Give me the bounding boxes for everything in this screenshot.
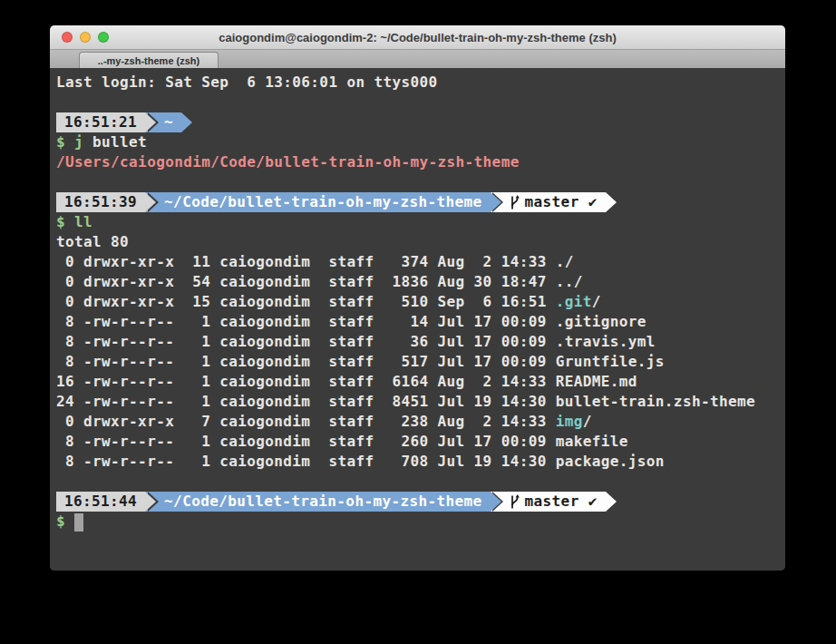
terminal-text: Last login: Sat Sep 6 13:06:01 on ttys00… [56, 73, 438, 93]
prompt-segment-label: 16:51:44 [64, 492, 137, 512]
prompt-line: 16:51:44~/Code/bullet-train-oh-my-zsh-th… [56, 492, 785, 512]
prompt-segment-dir: ~/Code/bullet-train-oh-my-zsh-theme [156, 192, 490, 212]
terminal-text: 0 drwxr-xr-x 11 caiogondim staff 374 Aug… [56, 252, 574, 272]
terminal-line: 0 drwxr-xr-x 11 caiogondim staff 374 Aug… [56, 252, 785, 272]
terminal-output[interactable]: Last login: Sat Sep 6 13:06:01 on ttys00… [50, 68, 785, 571]
terminal-text: /Users/caiogondim/Code/bullet-train-oh-m… [56, 152, 520, 172]
powerline-arrow [145, 192, 156, 212]
tab-bar: ..-my-zsh-theme (zsh) [50, 50, 785, 68]
prompt-segment-dir: ~ [156, 112, 181, 132]
terminal-window: caiogondim@caiogondim-2: ~/Code/bullet-t… [50, 25, 785, 571]
terminal-line: $ ll [56, 212, 785, 232]
terminal-text: .git [556, 292, 592, 312]
git-branch-icon [510, 494, 520, 510]
terminal-line: 0 drwxr-xr-x 54 caiogondim staff 1836 Au… [56, 272, 785, 292]
terminal-text: $ [56, 512, 74, 532]
terminal-text: $ [56, 132, 65, 152]
terminal-text: 16 -rw-r--r-- 1 caiogondim staff 6164 Au… [56, 372, 637, 392]
powerline-arrow [181, 112, 192, 132]
prompt-segment-label: master ✔ [525, 492, 598, 512]
powerline-arrow [145, 112, 156, 132]
terminal-line: 16 -rw-r--r-- 1 caiogondim staff 6164 Au… [56, 372, 785, 392]
prompt-line: 16:51:39~/Code/bullet-train-oh-my-zsh-th… [56, 192, 785, 212]
terminal-text: / [583, 412, 592, 432]
terminal-line: $ [56, 512, 785, 532]
terminal-cursor [74, 513, 83, 532]
terminal-line: /Users/caiogondim/Code/bullet-train-oh-m… [56, 152, 785, 172]
terminal-line: 8 -rw-r--r-- 1 caiogondim staff 517 Jul … [56, 352, 785, 372]
tab-zsh[interactable]: ..-my-zsh-theme (zsh) [79, 52, 219, 68]
git-branch-icon [510, 195, 520, 210]
powerline-arrow [491, 492, 501, 512]
tab-label: ..-my-zsh-theme (zsh) [98, 55, 199, 66]
terminal-text [65, 132, 74, 152]
prompt-segment-time: 16:51:39 [56, 192, 145, 212]
terminal-line: 24 -rw-r--r-- 1 caiogondim staff 8451 Ju… [56, 392, 785, 412]
terminal-text: 8 -rw-r--r-- 1 caiogondim staff 260 Jul … [56, 432, 628, 452]
powerline-arrow [606, 192, 617, 212]
terminal-line [56, 172, 785, 192]
terminal-text: 8 -rw-r--r-- 1 caiogondim staff 517 Jul … [56, 352, 665, 372]
prompt-segment-git: master ✔ [501, 492, 606, 512]
powerline-arrow [606, 492, 617, 512]
terminal-text: ll [74, 212, 92, 232]
prompt-segment-label: 16:51:21 [64, 112, 137, 132]
terminal-line: 8 -rw-r--r-- 1 caiogondim staff 14 Jul 1… [56, 312, 785, 332]
terminal-text: 8 -rw-r--r-- 1 caiogondim staff 14 Jul 1… [56, 312, 646, 332]
prompt-segment-label: ~/Code/bullet-train-oh-my-zsh-theme [164, 492, 481, 512]
prompt-segment-label: master ✔ [525, 192, 598, 212]
prompt-segment-label: ~ [164, 112, 173, 132]
prompt-segment-label: 16:51:39 [64, 192, 137, 212]
terminal-text: 0 drwxr-xr-x 7 caiogondim staff 238 Aug … [56, 412, 556, 432]
terminal-text: $ [56, 212, 65, 232]
powerline-arrow [491, 192, 501, 212]
terminal-line [56, 472, 785, 492]
window-titlebar[interactable]: caiogondim@caiogondim-2: ~/Code/bullet-t… [50, 25, 785, 50]
terminal-text: bullet [83, 132, 147, 152]
terminal-line: total 80 [56, 232, 785, 252]
prompt-segment-time: 16:51:21 [56, 112, 145, 132]
prompt-segment-time: 16:51:44 [56, 492, 145, 512]
prompt-segment-label: ~/Code/bullet-train-oh-my-zsh-theme [164, 192, 481, 212]
terminal-text: img [556, 412, 583, 432]
terminal-text: 0 drwxr-xr-x 54 caiogondim staff 1836 Au… [56, 272, 583, 292]
powerline-arrow [145, 492, 156, 512]
terminal-line: 0 drwxr-xr-x 7 caiogondim staff 238 Aug … [56, 412, 785, 432]
terminal-text: 8 -rw-r--r-- 1 caiogondim staff 36 Jul 1… [56, 332, 656, 352]
terminal-line: Last login: Sat Sep 6 13:06:01 on ttys00… [56, 73, 785, 93]
terminal-text [65, 212, 74, 232]
prompt-line: 16:51:21~ [56, 112, 785, 132]
terminal-line: $ j bullet [56, 132, 785, 152]
terminal-line: 8 -rw-r--r-- 1 caiogondim staff 36 Jul 1… [56, 332, 785, 352]
terminal-text: total 80 [56, 232, 129, 252]
prompt-segment-git: master ✔ [501, 192, 606, 212]
terminal-line [56, 93, 785, 112]
terminal-text: 24 -rw-r--r-- 1 caiogondim staff 8451 Ju… [56, 392, 755, 412]
terminal-text: j [74, 132, 83, 152]
terminal-text: 8 -rw-r--r-- 1 caiogondim staff 708 Jul … [56, 452, 665, 472]
terminal-line: 8 -rw-r--r-- 1 caiogondim staff 708 Jul … [56, 452, 785, 472]
terminal-text: 0 drwxr-xr-x 15 caiogondim staff 510 Sep… [56, 292, 556, 312]
terminal-line: 0 drwxr-xr-x 15 caiogondim staff 510 Sep… [56, 292, 785, 312]
terminal-line: 8 -rw-r--r-- 1 caiogondim staff 260 Jul … [56, 432, 785, 452]
window-title: caiogondim@caiogondim-2: ~/Code/bullet-t… [50, 25, 785, 49]
prompt-segment-dir: ~/Code/bullet-train-oh-my-zsh-theme [156, 492, 490, 512]
terminal-text: / [592, 292, 601, 312]
